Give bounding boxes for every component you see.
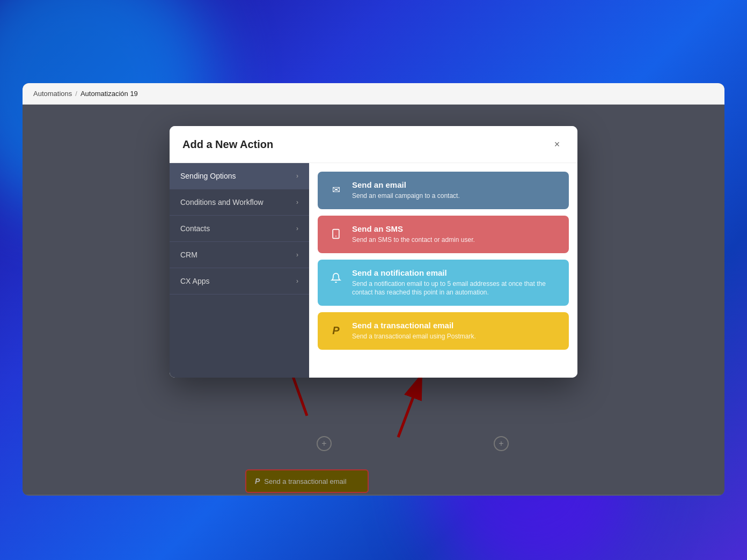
chevron-right-icon-2: ›	[296, 198, 298, 206]
menu-item-crm[interactable]: CRM ›	[170, 242, 309, 268]
action-card-notification-text: Send a notification email Send a notific…	[352, 268, 559, 298]
modal-overlay: Add a New Action × Sending Options › Con…	[23, 105, 724, 495]
menu-item-sending-options[interactable]: Sending Options ›	[170, 163, 309, 189]
action-card-notification[interactable]: Send a notification email Send a notific…	[318, 260, 569, 306]
chevron-right-icon-1: ›	[296, 172, 298, 180]
svg-point-4	[335, 235, 336, 237]
action-card-sms-text: Send an SMS Send an SMS to the contact o…	[352, 224, 475, 245]
modal: Add a New Action × Sending Options › Con…	[170, 126, 577, 378]
action-card-email-desc: Send an email campaign to a contact.	[352, 191, 460, 201]
menu-item-cx-apps[interactable]: CX Apps ›	[170, 268, 309, 294]
breadcrumb: Automations / Automatización 19	[23, 83, 724, 105]
menu-item-sending-options-label: Sending Options	[180, 172, 236, 180]
action-card-transactional[interactable]: P Send a transactional email Send a tran…	[318, 312, 569, 350]
app-window: Automations / Automatización 19 Tag ACTI…	[23, 83, 724, 496]
menu-item-conditions-label: Conditions and Workflow	[180, 198, 263, 207]
action-card-email-title: Send an email	[352, 180, 460, 189]
email-icon: ✉	[327, 181, 345, 198]
action-card-sms-title: Send an SMS	[352, 224, 475, 233]
menu-item-contacts-label: Contacts	[180, 224, 210, 233]
menu-item-conditions-workflow[interactable]: Conditions and Workflow ›	[170, 189, 309, 216]
chevron-right-icon-4: ›	[296, 251, 298, 259]
menu-item-contacts[interactable]: Contacts ›	[170, 216, 309, 242]
action-card-transactional-text: Send a transactional email Send a transa…	[352, 321, 476, 341]
breadcrumb-separator: /	[75, 90, 77, 98]
action-card-transactional-title: Send a transactional email	[352, 321, 476, 330]
modal-title: Add a New Action	[182, 138, 273, 151]
chevron-right-icon-3: ›	[296, 225, 298, 232]
modal-close-button[interactable]: ×	[550, 137, 565, 152]
menu-item-crm-label: CRM	[180, 250, 197, 259]
modal-header: Add a New Action ×	[170, 126, 577, 163]
chevron-right-icon-5: ›	[296, 277, 298, 285]
notification-icon	[327, 269, 345, 286]
action-card-sms[interactable]: Send an SMS Send an SMS to the contact o…	[318, 216, 569, 253]
menu-item-cx-apps-label: CX Apps	[180, 277, 209, 285]
action-card-sms-desc: Send an SMS to the contact or admin user…	[352, 235, 475, 245]
svg-rect-3	[333, 229, 339, 238]
canvas-area: Tag ACTION: [ES] + + + P Send a transact…	[23, 105, 724, 495]
action-card-email-text: Send an email Send an email campaign to …	[352, 180, 460, 201]
sms-icon	[327, 225, 345, 242]
postmark-icon: P	[327, 322, 345, 339]
modal-content: ✉ Send an email Send an email campaign t…	[309, 163, 577, 378]
action-card-email[interactable]: ✉ Send an email Send an email campaign t…	[318, 172, 569, 209]
action-card-notification-desc: Send a notification email to up to 5 ema…	[352, 279, 559, 298]
action-card-notification-title: Send a notification email	[352, 268, 559, 277]
breadcrumb-current: Automatización 19	[80, 90, 138, 98]
modal-sidebar: Sending Options › Conditions and Workflo…	[170, 163, 309, 378]
breadcrumb-automations[interactable]: Automations	[33, 90, 72, 98]
action-card-transactional-desc: Send a transactional email using Postmar…	[352, 332, 476, 341]
modal-body: Sending Options › Conditions and Workflo…	[170, 163, 577, 378]
